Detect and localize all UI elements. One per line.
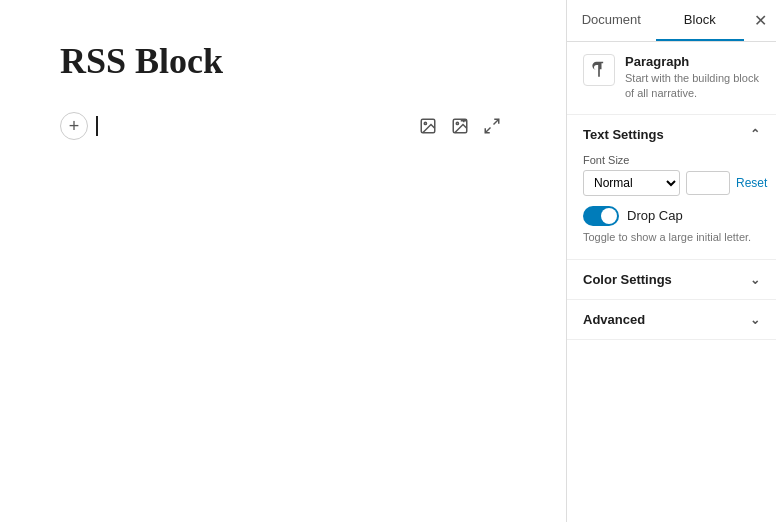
block-type-description: Start with the building block of all nar… [625,71,760,102]
close-button[interactable]: ✕ [744,0,776,40]
color-settings-label: Color Settings [583,272,672,287]
expand-button[interactable] [478,112,506,140]
block-type-icon [583,54,615,86]
svg-point-1 [424,122,426,124]
drop-cap-toggle[interactable] [583,206,619,226]
chevron-down-icon-2: ⌄ [750,313,760,327]
expand-icon [483,117,501,135]
add-block-button[interactable]: + [60,112,88,140]
text-settings-label: Text Settings [583,127,664,142]
text-settings-content: Font Size Normal Small Medium Large Extr… [567,154,776,259]
font-size-row: Normal Small Medium Large Extra Large Re… [583,170,760,196]
image-icon [419,117,437,135]
color-settings-section: Color Settings ⌄ [567,260,776,300]
svg-line-6 [494,119,499,124]
paragraph-icon [589,60,609,80]
image-icon-button[interactable] [414,112,442,140]
text-settings-toggle[interactable]: Text Settings ⌃ [567,115,776,154]
drop-cap-description: Toggle to show a large initial letter. [583,230,760,245]
reset-button[interactable]: Reset [736,176,767,190]
font-size-number-input[interactable] [686,171,730,195]
advanced-section: Advanced ⌄ [567,300,776,340]
tab-block[interactable]: Block [656,0,745,41]
image2-icon-button[interactable] [446,112,474,140]
block-info-text: Paragraph Start with the building block … [625,54,760,102]
svg-point-3 [456,122,458,124]
plus-icon: + [69,116,80,137]
text-settings-section: Text Settings ⌃ Font Size Normal Small M… [567,115,776,260]
tab-document[interactable]: Document [567,0,656,41]
advanced-label: Advanced [583,312,645,327]
editor-area: RSS Block + [0,0,566,522]
editor-title: RSS Block [60,40,506,82]
color-settings-toggle[interactable]: Color Settings ⌄ [567,260,776,299]
text-cursor [96,116,98,136]
chevron-up-icon: ⌃ [750,127,760,141]
drop-cap-row: Drop Cap [583,206,760,226]
image2-icon [451,117,469,135]
font-size-label: Font Size [583,154,760,166]
sidebar-header: Document Block ✕ [567,0,776,42]
sidebar: Document Block ✕ Paragraph Start with th… [566,0,776,522]
editor-toolbar-right [414,112,506,140]
advanced-toggle[interactable]: Advanced ⌄ [567,300,776,339]
font-size-select[interactable]: Normal Small Medium Large Extra Large [583,170,680,196]
svg-line-7 [485,128,490,133]
drop-cap-label: Drop Cap [627,208,683,223]
block-type-name: Paragraph [625,54,760,69]
editor-input-row: + [60,112,506,140]
chevron-down-icon: ⌄ [750,273,760,287]
block-info: Paragraph Start with the building block … [567,42,776,115]
